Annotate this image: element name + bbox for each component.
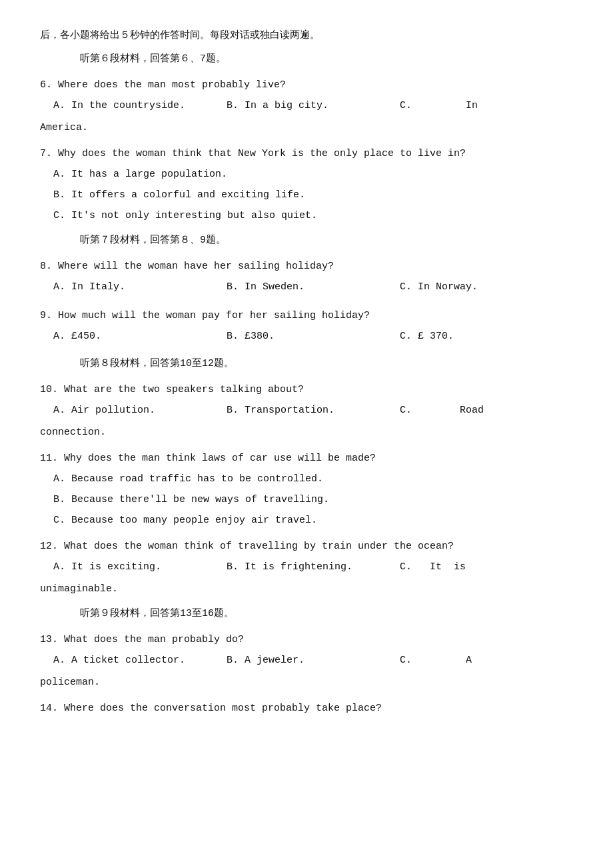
- q10-continuation: connection.: [40, 423, 573, 441]
- q9-option-b: B. £380.: [227, 327, 400, 345]
- q8-option-c: C. In Norway.: [400, 278, 573, 296]
- question-13: 13. What does the man probably do?: [40, 631, 573, 649]
- q7-option-b: B. It offers a colorful and exciting lif…: [53, 186, 573, 204]
- q6-option-b: B. In a big city.: [227, 97, 400, 115]
- question-9: 9. How much will the woman pay for her s…: [40, 307, 573, 325]
- q12-option-a: A. It is exciting.: [40, 558, 227, 576]
- q6-option-a: A. In the countryside.: [40, 97, 227, 115]
- question-7: 7. Why does the woman think that New Yor…: [40, 145, 573, 163]
- q13-option-b: B. A jeweler.: [227, 651, 400, 669]
- intro-line1: 后，各小题将给出５秒钟的作答时间。每段对话或独白读两遍。: [40, 27, 573, 45]
- question-8: 8. Where will the woman have her sailing…: [40, 257, 573, 275]
- q6-continuation: America.: [40, 119, 573, 137]
- q7-option-c: C. It's not only interesting but also qu…: [53, 207, 573, 225]
- question-12: 12. What does the woman think of travell…: [40, 537, 573, 555]
- q6-option-c: C. In: [400, 97, 573, 115]
- question-11: 11. Why does the man think laws of car u…: [40, 449, 573, 467]
- q12-continuation: unimaginable.: [40, 580, 573, 598]
- question-14: 14. Where does the conversation most pro…: [40, 699, 573, 717]
- q11-option-c: C. Because too many people enjoy air tra…: [53, 511, 573, 529]
- q13-continuation: policeman.: [40, 673, 573, 691]
- q11-option-b: B. Because there'll be new ways of trave…: [53, 491, 573, 509]
- q9-option-a: A. £450.: [40, 327, 227, 345]
- q8-option-a: A. In Italy.: [40, 278, 227, 296]
- q13-option-c: C. A: [400, 651, 573, 669]
- q12-option-b: B. It is frightening.: [227, 558, 400, 576]
- question-10: 10. What are the two speakers talking ab…: [40, 381, 573, 399]
- q8-option-b: B. In Sweden.: [227, 278, 400, 296]
- q13-option-a: A. A ticket collector.: [40, 651, 227, 669]
- question-6: 6. Where does the man most probably live…: [40, 76, 573, 94]
- q10-option-b: B. Transportation.: [227, 401, 400, 419]
- section8-header: 听第８段材料，回答第10至12题。: [40, 355, 573, 373]
- section9-header: 听第９段材料，回答第13至16题。: [40, 605, 573, 623]
- q12-option-c: C. It is: [400, 558, 573, 576]
- q7-option-a: A. It has a large population.: [53, 165, 573, 183]
- q11-option-a: A. Because road traffic has to be contro…: [53, 470, 573, 488]
- q9-option-c: C. £ 370.: [400, 327, 573, 345]
- q10-option-a: A. Air pollution.: [40, 401, 227, 419]
- q10-option-c: C. Road: [400, 401, 573, 419]
- section6-header: 听第６段材料，回答第６、7题。: [40, 50, 573, 68]
- section7-header: 听第７段材料，回答第８、9题。: [40, 231, 573, 249]
